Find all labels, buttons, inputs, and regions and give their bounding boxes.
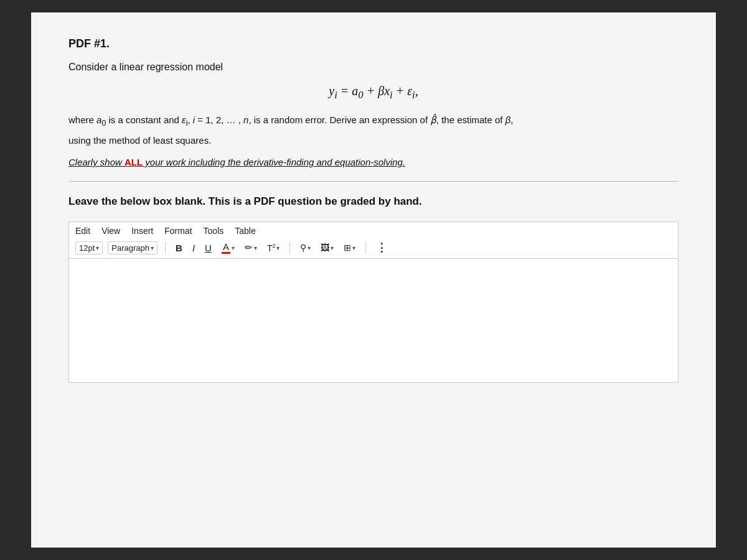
description-line2: using the method of least squares.: [68, 133, 679, 148]
font-size-chevron-icon: ▾: [96, 245, 99, 251]
editor-area[interactable]: [68, 258, 679, 383]
embed-chevron-icon: ▾: [352, 245, 355, 251]
image-icon: 🖼: [321, 243, 329, 253]
paragraph-style-value: Paragraph: [111, 243, 149, 253]
font-color-chevron-icon: ▾: [232, 245, 235, 251]
menu-view[interactable]: View: [101, 226, 120, 236]
link-chevron-icon: ▾: [308, 245, 311, 251]
embed-icon: ⊞: [344, 243, 351, 253]
underline-button[interactable]: U: [202, 242, 214, 254]
page-container: PDF #1. Consider a linear regression mod…: [31, 12, 716, 548]
editor-toolbar: Edit View Insert Format Tools Table 12pt…: [68, 222, 679, 258]
highlight-icon: ✏: [245, 242, 253, 253]
menu-tools[interactable]: Tools: [204, 226, 224, 236]
image-chevron-icon: ▾: [331, 245, 334, 251]
font-color-button[interactable]: A ▾: [219, 241, 237, 254]
menu-table[interactable]: Table: [235, 226, 255, 236]
formatting-bar: 12pt ▾ Paragraph ▾ B I U A ▾ ✏: [75, 241, 672, 254]
menu-insert[interactable]: Insert: [131, 226, 153, 236]
italic-button[interactable]: I: [190, 242, 197, 254]
link-button[interactable]: ⚲ ▾: [298, 242, 313, 253]
highlight-chevron-icon: ▾: [254, 245, 257, 251]
equation-block: yi = a0 + βxi + εi,: [68, 84, 679, 101]
font-size-dropdown[interactable]: 12pt ▾: [75, 241, 103, 254]
menu-format[interactable]: Format: [164, 226, 192, 236]
pdf-title: PDF #1.: [68, 37, 679, 50]
image-button[interactable]: 🖼 ▾: [318, 242, 336, 253]
toolbar-divider-1: [165, 241, 166, 254]
equation-text: yi = a0 + βxi + εi,: [329, 84, 418, 98]
paragraph-chevron-icon: ▾: [151, 245, 154, 251]
font-size-value: 12pt: [79, 243, 95, 253]
more-options-button[interactable]: ⋮: [374, 241, 390, 254]
highlight-button[interactable]: ✏ ▾: [242, 241, 260, 254]
superscript-button[interactable]: T2 ▾: [265, 242, 283, 254]
superscript-label: T2: [267, 243, 276, 253]
toolbar-divider-3: [365, 241, 366, 254]
description-line1: where a0 is a constant and εi, i = 1, 2,…: [68, 113, 679, 129]
bold-button[interactable]: B: [173, 242, 185, 254]
embed-button[interactable]: ⊞ ▾: [341, 242, 358, 253]
menu-edit[interactable]: Edit: [75, 226, 90, 236]
toolbar-divider-2: [289, 241, 290, 254]
leave-blank-text: Leave the below box blank. This is a PDF…: [68, 195, 679, 208]
menu-bar: Edit View Insert Format Tools Table: [75, 226, 672, 238]
intro-text: Consider a linear regression model: [68, 62, 679, 73]
paragraph-style-dropdown[interactable]: Paragraph ▾: [108, 241, 157, 254]
instruction-text: Clearly show ALL your work including the…: [68, 157, 679, 167]
font-color-a-label: A: [222, 241, 230, 254]
superscript-chevron-icon: ▾: [276, 245, 280, 251]
section-divider: [68, 181, 679, 182]
link-icon: ⚲: [300, 243, 306, 253]
